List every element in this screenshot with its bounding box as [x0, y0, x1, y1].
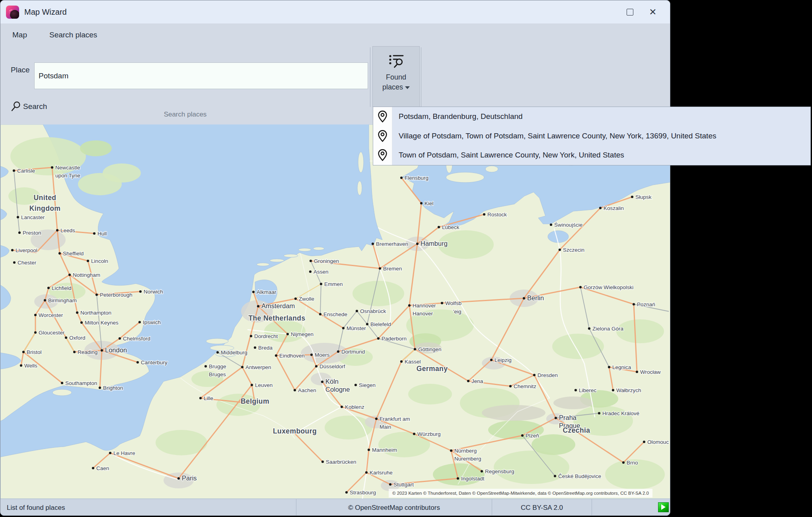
- map-label: Belgium: [241, 397, 269, 405]
- status-attribution: © OpenStreetMap contributors: [296, 499, 492, 516]
- ribbon-tab-bar: Map Search places: [0, 23, 670, 46]
- map-label: Enschede: [323, 311, 347, 317]
- map-city-dot: [574, 389, 577, 391]
- title-bar[interactable]: Map Wizard ✕: [0, 0, 670, 23]
- map-label: Bielefeld: [370, 321, 391, 327]
- map-label: Poznań: [637, 301, 655, 307]
- map-label: Germany: [417, 365, 448, 373]
- map-label: Karlsruhe: [370, 470, 393, 476]
- map-label: Rostock: [487, 212, 507, 218]
- map-label: 'eig: [453, 309, 461, 315]
- map-label: Słupsk: [635, 194, 652, 200]
- status-separator: [592, 499, 592, 516]
- map-label: Koblenz: [345, 404, 364, 410]
- map-city-dot: [400, 177, 403, 179]
- map-city-dot: [252, 291, 255, 293]
- map-city-dot: [483, 213, 485, 216]
- map-label: Praha: [559, 414, 577, 421]
- found-place-option[interactable]: Town of Potsdam, Saint Lawrence County, …: [373, 146, 810, 165]
- map-city-dot: [44, 299, 46, 301]
- map-label: Hamburg: [421, 240, 448, 247]
- map-label: Chemnitz: [514, 383, 536, 389]
- map-label: Nürnberg: [454, 448, 477, 454]
- map-city-dot: [368, 449, 370, 451]
- map-view[interactable]: UnitedKingdomCarlisleNewcastleupon TyneL…: [0, 124, 670, 499]
- map-label: The Netherlands: [248, 314, 305, 322]
- map-label: Gorzów Wielkopolski: [584, 284, 633, 290]
- map-label: Bremerhaven: [376, 241, 408, 247]
- found-places-button[interactable]: Found places: [372, 46, 420, 107]
- map-city-dot: [366, 323, 368, 325]
- map-city-dot: [622, 461, 625, 464]
- tab-map[interactable]: Map: [12, 31, 27, 39]
- map-label: Groningen: [314, 258, 339, 264]
- map-label: London: [105, 346, 127, 354]
- map-label: Liverpool: [16, 247, 37, 253]
- map-city-dot: [356, 310, 358, 312]
- status-green-arrow-icon[interactable]: [658, 502, 669, 512]
- map-label: Lille: [204, 395, 213, 401]
- map-label: Szczecin: [563, 247, 584, 253]
- map-label: České Budějovice: [558, 473, 601, 479]
- map-city-dot: [588, 327, 590, 330]
- map-city-dot: [139, 290, 142, 293]
- map-label: Siegen: [359, 382, 376, 388]
- map-label: Wolfsb: [445, 300, 461, 306]
- map-label: Dortmund: [341, 349, 365, 355]
- map-city-dot: [559, 249, 561, 251]
- map-label: Breda: [258, 345, 273, 351]
- map-label: Northampton: [80, 310, 111, 316]
- map-city-dot: [199, 397, 202, 399]
- map-label: Regensburg: [485, 468, 514, 474]
- map-label: Emmen: [324, 281, 343, 287]
- map-city-dot: [17, 216, 19, 218]
- map-city-dot: [321, 381, 323, 383]
- map-city-dot: [87, 260, 89, 262]
- map-label: Köln: [325, 378, 339, 385]
- close-button[interactable]: ✕: [641, 0, 664, 23]
- ribbon-group-caption: Search places: [0, 111, 370, 119]
- place-input[interactable]: [34, 62, 368, 89]
- map-city-dot: [22, 351, 25, 353]
- found-place-option[interactable]: Village of Potsdam, Town of Potsdam, Sai…: [373, 126, 810, 146]
- map-city-dot: [379, 267, 381, 270]
- map-city-dot: [523, 297, 525, 299]
- maximize-button[interactable]: [618, 0, 641, 23]
- map-label: Le Havre: [113, 450, 135, 456]
- map-label: Berlin: [527, 294, 544, 301]
- map-canvas[interactable]: UnitedKingdomCarlisleNewcastleupon TyneL…: [0, 124, 670, 499]
- map-city-dot: [490, 359, 493, 361]
- tab-search-places[interactable]: Search places: [49, 31, 97, 39]
- map-label: Alkmaar: [257, 289, 277, 295]
- map-city-dot: [18, 231, 21, 234]
- map-label: Canterbury: [141, 360, 167, 365]
- map-label: Brugge: [209, 363, 226, 369]
- found-place-option[interactable]: Potsdam, Brandenburg, Deutschland: [373, 107, 810, 126]
- map-city-dot: [250, 335, 252, 337]
- map-city-dot: [93, 232, 95, 235]
- map-city-dot: [80, 321, 83, 324]
- map-city-dot: [34, 314, 37, 316]
- map-city-dot: [34, 331, 37, 334]
- map-label: Brno: [627, 460, 638, 466]
- map-label: Wrocław: [640, 369, 661, 375]
- map-label: Reading: [78, 349, 97, 355]
- map-city-dot: [420, 202, 423, 204]
- map-city-dot: [413, 433, 415, 435]
- map-label: Bremen: [383, 266, 402, 272]
- map-label: Moers: [315, 352, 330, 358]
- map-label: Strasbourg: [350, 490, 376, 496]
- map-label: Paris: [182, 474, 197, 482]
- map-city-dot: [608, 366, 610, 368]
- map-label: Leuven: [255, 382, 273, 388]
- search-button[interactable]: Search: [10, 101, 47, 112]
- map-label: Hull: [97, 231, 107, 237]
- map-city-dot: [342, 327, 345, 329]
- found-places-dropdown: Potsdam, Brandenburg, Deutschland Villag…: [373, 107, 811, 165]
- map-label: Jena: [471, 378, 483, 384]
- map-city-dot: [372, 243, 374, 245]
- map-label: Plzeň: [526, 433, 539, 439]
- map-label: Zwolle: [299, 296, 314, 302]
- map-label: Chelmsford: [123, 336, 150, 342]
- map-city-dot: [47, 287, 50, 289]
